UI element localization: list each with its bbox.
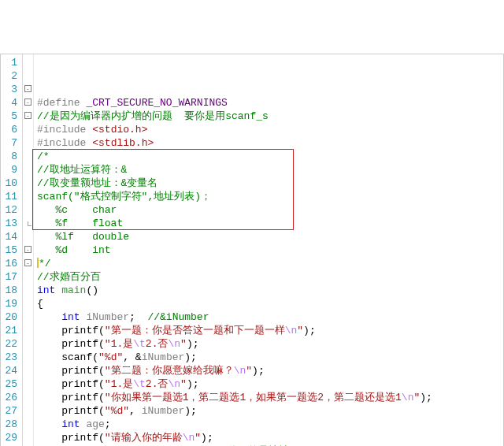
code-line[interactable]: printf("第二题：你愿意嫁给我嘛？\n"); xyxy=(37,364,500,377)
fold-toggle-icon[interactable]: - xyxy=(24,246,32,253)
line-number: 26 xyxy=(4,391,17,404)
line-number: 3 xyxy=(4,83,17,96)
code-line[interactable]: %c char xyxy=(37,203,500,217)
code-line[interactable]: int iNumber; //&iNumber xyxy=(37,310,500,324)
fold-toggle-icon[interactable]: - xyxy=(24,85,32,92)
line-number: 14 xyxy=(4,230,17,243)
line-number: 1 xyxy=(4,56,17,69)
line-number: 7 xyxy=(4,136,17,150)
code-line[interactable]: { xyxy=(37,297,500,310)
fold-end-icon xyxy=(28,221,32,226)
code-line[interactable]: printf("%d", iNumber); xyxy=(37,404,500,418)
fold-toggle-icon[interactable]: - xyxy=(24,98,32,106)
code-line[interactable]: int age; xyxy=(37,418,500,431)
line-number: 12 xyxy=(4,203,17,217)
line-number: 21 xyxy=(4,324,17,337)
code-line[interactable]: #define _CRT_SECURE_NO_WARNINGS xyxy=(37,96,500,110)
code-editor[interactable]: 1234567891011121314151617181920212223242… xyxy=(0,54,504,446)
line-number: 25 xyxy=(4,377,17,391)
fold-toggle-icon[interactable]: - xyxy=(24,112,32,119)
fold-toggle-icon[interactable]: - xyxy=(24,259,32,266)
line-number: 2 xyxy=(4,69,17,83)
code-line[interactable]: */ xyxy=(37,257,500,270)
code-line[interactable]: #include <stdio.h> xyxy=(37,123,500,136)
line-number: 5 xyxy=(4,110,17,123)
code-line[interactable]: /* xyxy=(37,150,500,163)
line-number-gutter: 1234567891011121314151617181920212223242… xyxy=(1,54,23,446)
line-number: 23 xyxy=(4,351,17,364)
line-number: 16 xyxy=(4,257,17,270)
fold-column[interactable]: ----- xyxy=(23,54,34,446)
line-number: 19 xyxy=(4,297,17,310)
code-line[interactable]: %lf double xyxy=(37,230,500,243)
code-line[interactable]: printf("1.是\t2.否\n"); xyxy=(37,337,500,351)
line-number: 6 xyxy=(4,123,17,136)
line-number: 29 xyxy=(4,431,17,444)
code-line[interactable]: //取地址运算符：& xyxy=(37,163,500,177)
code-line[interactable]: int main() xyxy=(37,284,500,297)
line-number: 11 xyxy=(4,190,17,203)
code-line[interactable]: printf("1.是\t2.否\n"); xyxy=(37,377,500,391)
line-number: 4 xyxy=(4,96,17,110)
line-number: 20 xyxy=(4,310,17,324)
line-number: 13 xyxy=(4,217,17,230)
line-number: 22 xyxy=(4,337,17,351)
line-number: 24 xyxy=(4,364,17,377)
line-number: 18 xyxy=(4,284,17,297)
line-number: 10 xyxy=(4,177,17,190)
code-line[interactable]: printf("你如果第一题选1，第二题选1，如果第一题选2，第二题还是选1\n… xyxy=(37,391,500,404)
code-line[interactable]: scanf("%d", &iNumber); xyxy=(37,351,500,364)
code-line[interactable]: %f float xyxy=(37,217,500,230)
line-number: 15 xyxy=(4,243,17,257)
line-number: 27 xyxy=(4,404,17,418)
code-line[interactable]: //是因为编译器内扩增的问题 要你是用scanf_s xyxy=(37,110,500,123)
code-line[interactable]: //取变量额地址：&变量名 xyxy=(37,177,500,190)
line-number: 9 xyxy=(4,163,17,177)
code-line[interactable]: %d int xyxy=(37,243,500,257)
line-number: 8 xyxy=(4,150,17,163)
code-line[interactable]: printf("第一题：你是否答这一题和下一题一样\n"); xyxy=(37,324,500,337)
line-number: 17 xyxy=(4,270,17,284)
code-line[interactable]: scanf("格式控制字符",地址列表)； xyxy=(37,190,500,203)
line-number: 28 xyxy=(4,418,17,431)
code-line[interactable]: //求婚百分百 xyxy=(37,270,500,284)
code-line[interactable]: #include <stdlib.h> xyxy=(37,136,500,150)
code-area[interactable]: #define _CRT_SECURE_NO_WARNINGS//是因为编译器内… xyxy=(34,54,503,446)
code-line[interactable]: printf("请输入你的年龄\n"); xyxy=(37,431,500,444)
